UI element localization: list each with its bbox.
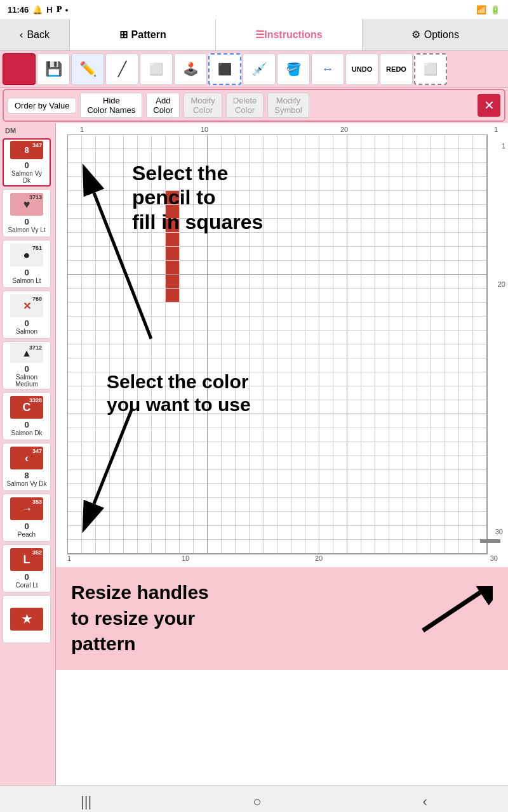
grid-cell[interactable] (194, 135, 208, 149)
grid-cell[interactable] (333, 484, 347, 498)
grid-cell[interactable] (277, 344, 291, 358)
grid-cell[interactable] (389, 372, 403, 386)
cross-stitch-grid[interactable] (67, 134, 488, 554)
grid-cell[interactable] (96, 498, 110, 512)
grid-cell[interactable] (264, 442, 277, 456)
grid-cell[interactable] (403, 233, 417, 247)
grid-cell[interactable] (291, 414, 305, 428)
grid-cell[interactable] (291, 470, 305, 484)
grid-cell[interactable] (68, 372, 82, 386)
grid-cell[interactable] (82, 414, 96, 428)
grid-cell[interactable] (236, 512, 250, 526)
grid-cell[interactable] (277, 470, 291, 484)
grid-cell[interactable] (459, 358, 473, 372)
grid-cell[interactable] (166, 247, 180, 261)
grid-cell[interactable] (138, 512, 152, 526)
grid-cell[interactable] (389, 261, 403, 275)
grid-cell[interactable] (389, 512, 403, 526)
grid-cell[interactable] (277, 149, 291, 163)
redo-button[interactable]: REDO (380, 53, 413, 85)
grid-cell[interactable] (431, 540, 445, 554)
grid-cell[interactable] (110, 135, 124, 149)
grid-cell[interactable] (473, 456, 487, 470)
grid-cell[interactable] (347, 275, 361, 289)
grid-cell[interactable] (236, 414, 250, 428)
grid-cell[interactable] (347, 344, 361, 358)
grid-cell[interactable] (152, 135, 166, 149)
grid-cell[interactable] (319, 470, 333, 484)
grid-cell[interactable] (152, 540, 166, 554)
grid-cell[interactable] (264, 331, 277, 344)
grid-cell[interactable] (152, 331, 166, 344)
grid-cell[interactable] (459, 400, 473, 414)
grid-cell[interactable] (291, 163, 305, 177)
grid-cell[interactable] (459, 456, 473, 470)
select-button[interactable]: ⬛ (208, 53, 241, 85)
grid-cell[interactable] (166, 317, 180, 331)
grid-cell[interactable] (264, 247, 277, 261)
color-item-salmon-medium[interactable]: ▲ 3712 0 SalmonMedium (3, 341, 51, 390)
grid-cell[interactable] (445, 414, 459, 428)
grid-cell[interactable] (417, 344, 431, 358)
grid-cell[interactable] (222, 540, 236, 554)
grid-cell[interactable] (291, 400, 305, 414)
grid-cell[interactable] (431, 163, 445, 177)
grid-cell[interactable] (68, 386, 82, 400)
grid-cell[interactable] (82, 540, 96, 554)
grid-cell[interactable] (96, 526, 110, 540)
grid-cell[interactable] (138, 261, 152, 275)
grid-cell[interactable] (333, 428, 347, 442)
grid-cell[interactable] (459, 484, 473, 498)
grid-cell[interactable] (431, 456, 445, 470)
grid-cell[interactable] (180, 233, 194, 247)
grid-cell[interactable] (445, 456, 459, 470)
grid-cell[interactable] (333, 191, 347, 205)
grid-cell[interactable] (82, 303, 96, 317)
grid-cell[interactable] (347, 303, 361, 317)
grid-cell[interactable] (124, 135, 138, 149)
grid-cell[interactable] (68, 219, 82, 233)
grid-cell[interactable] (152, 233, 166, 247)
grid-cell[interactable] (110, 344, 124, 358)
grid-cell[interactable] (389, 386, 403, 400)
grid-cell[interactable] (417, 191, 431, 205)
grid-cell[interactable] (166, 344, 180, 358)
grid-cell[interactable] (208, 526, 222, 540)
grid-cell[interactable] (473, 386, 487, 400)
grid-cell[interactable] (68, 149, 82, 163)
grid-cell[interactable] (82, 456, 96, 470)
grid-cell[interactable] (333, 358, 347, 372)
grid-cell[interactable] (264, 135, 277, 149)
grid-cell[interactable] (445, 135, 459, 149)
grid-cell[interactable] (375, 456, 389, 470)
grid-cell[interactable] (319, 372, 333, 386)
grid-cell[interactable] (194, 275, 208, 289)
grid-cell[interactable] (68, 428, 82, 442)
grid-cell[interactable] (277, 191, 291, 205)
grid-cell[interactable] (347, 428, 361, 442)
grid-cell[interactable] (473, 442, 487, 456)
grid-cell[interactable] (319, 484, 333, 498)
grid-cell[interactable] (222, 233, 236, 247)
grid-cell[interactable] (305, 414, 319, 428)
grid-cell[interactable] (473, 303, 487, 317)
grid-cell[interactable] (208, 540, 222, 554)
grid-cell[interactable] (417, 317, 431, 331)
grid-cell[interactable] (180, 470, 194, 484)
grid-cell[interactable] (375, 498, 389, 512)
eyedropper-button[interactable]: 💉 (243, 53, 276, 85)
grid-cell[interactable] (82, 442, 96, 456)
grid-cell[interactable] (375, 219, 389, 233)
grid-cell[interactable] (333, 275, 347, 289)
grid-cell[interactable] (333, 163, 347, 177)
grid-cell[interactable] (375, 135, 389, 149)
grid-cell[interactable] (222, 275, 236, 289)
grid-cell[interactable] (445, 247, 459, 261)
grid-cell[interactable] (459, 512, 473, 526)
grid-cell[interactable] (236, 261, 250, 275)
grid-cell[interactable] (361, 470, 375, 484)
grid-cell[interactable] (389, 149, 403, 163)
grid-cell[interactable] (319, 205, 333, 219)
grid-cell[interactable] (68, 261, 82, 275)
grid-cell[interactable] (194, 247, 208, 261)
